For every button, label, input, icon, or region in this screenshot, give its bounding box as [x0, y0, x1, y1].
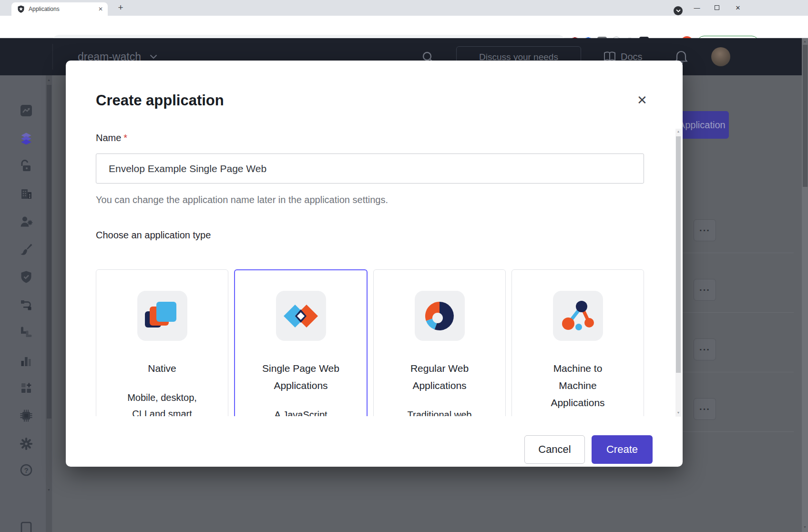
auth0-favicon-icon: [17, 5, 25, 13]
new-tab-button[interactable]: +: [114, 1, 127, 14]
sidebar-item-activity-icon[interactable]: [19, 103, 33, 118]
create-button[interactable]: Create: [592, 435, 653, 464]
user-avatar[interactable]: [711, 47, 730, 66]
tab-close-icon[interactable]: ✕: [98, 6, 103, 12]
sidebar-item-actions-icon[interactable]: [19, 298, 33, 312]
m2m-icon: [553, 291, 603, 341]
native-icon: [137, 291, 187, 341]
card-title: Single Page Web Applications: [259, 360, 343, 394]
sidebar-item-security-icon[interactable]: [19, 270, 33, 284]
browser-tab-bar: Applications ✕ + — ✕: [0, 0, 808, 16]
application-name-input[interactable]: [96, 153, 644, 184]
cancel-button[interactable]: Cancel: [524, 435, 585, 464]
card-regular-web[interactable]: Regular Web Applications Traditional web: [373, 269, 506, 416]
name-label: Name*: [96, 133, 127, 143]
browser-toolbar: ← → ↻ manage.auth0.com/dashboard/eu/drea…: [0, 16, 808, 38]
sidebar-item-branding-icon[interactable]: [19, 242, 33, 256]
row-menu-button[interactable]: ···: [694, 338, 716, 360]
card-description: Mobile, desktop, CLI and smart: [121, 389, 204, 416]
svg-text:?: ?: [24, 466, 28, 474]
card-description: A JavaScript: [259, 407, 343, 416]
sidebar-scrollbar-thumb[interactable]: [47, 85, 51, 419]
card-machine-to-machine[interactable]: Machine to Machine Applications: [511, 269, 644, 416]
card-title: Regular Web Applications: [398, 360, 481, 394]
sidebar-item-auth-pipeline-icon[interactable]: [19, 326, 33, 340]
sidebar-item-help-icon[interactable]: ?: [19, 463, 33, 477]
card-native[interactable]: Native Mobile, desktop, CLI and smart: [96, 269, 228, 416]
maximize-icon: [715, 5, 719, 10]
window-maximize-button[interactable]: [707, 0, 726, 15]
window-close-button[interactable]: ✕: [728, 0, 747, 15]
sidebar-item-applications-icon[interactable]: [19, 132, 33, 146]
modal-scroll-up-icon[interactable]: ▲: [675, 130, 681, 133]
regular-web-icon: [415, 291, 465, 341]
modal-scroll-down-icon[interactable]: ▼: [675, 411, 681, 414]
sidebar-scroll-up-icon[interactable]: ▲: [46, 78, 52, 82]
sidebar-scroll-down-icon[interactable]: ▼: [46, 488, 52, 491]
row-menu-button[interactable]: ···: [694, 398, 716, 420]
modal-scrollbar-thumb[interactable]: [676, 136, 681, 373]
browser-tab-applications[interactable]: Applications ✕: [11, 2, 108, 16]
application-type-cards: Native Mobile, desktop, CLI and smart Si…: [96, 269, 644, 416]
card-title: Machine to Machine Applications: [536, 360, 620, 411]
sidebar-item-marketplace-icon[interactable]: [19, 381, 33, 395]
sidebar-item-monitoring-icon[interactable]: [19, 354, 33, 368]
sidebar-item-authentication-icon[interactable]: [19, 159, 33, 174]
row-menu-button[interactable]: ···: [694, 279, 716, 301]
page-scroll-down-icon[interactable]: ▼: [802, 525, 808, 529]
spa-icon: [276, 291, 326, 341]
page-scrollbar-thumb[interactable]: [803, 45, 808, 187]
sidebar-item-partial-icon[interactable]: [19, 521, 33, 532]
modal-close-icon[interactable]: ✕: [633, 91, 652, 110]
sidebar-item-organizations-icon[interactable]: [19, 187, 33, 201]
card-title: Native: [121, 360, 204, 377]
application-type-label: Choose an application type: [96, 230, 211, 241]
required-asterisk: *: [123, 133, 127, 143]
chevron-down-icon: [150, 54, 157, 59]
page-scroll-up-icon[interactable]: ▲: [802, 40, 808, 43]
card-single-page-web[interactable]: Single Page Web Applications A JavaScrip…: [234, 269, 368, 416]
sidebar-item-settings-icon[interactable]: [19, 437, 33, 451]
modal-scrollbar[interactable]: ▲ ▼: [675, 129, 681, 417]
card-description: Traditional web: [398, 407, 481, 416]
name-help-text: You can change the application name late…: [96, 194, 388, 205]
tab-search-icon[interactable]: [674, 6, 683, 15]
modal-title: Create application: [96, 92, 224, 109]
row-menu-button[interactable]: ···: [694, 219, 716, 241]
sidebar-item-user-management-icon[interactable]: [19, 215, 33, 229]
sidebar-nav: ?: [0, 75, 52, 532]
window-minimize-button[interactable]: —: [687, 0, 706, 15]
header-divider: [52, 44, 53, 70]
tab-title: Applications: [29, 6, 98, 12]
sidebar-item-extensions-icon[interactable]: [19, 409, 33, 423]
create-application-modal: Create application ✕ Name* You can chang…: [66, 61, 683, 467]
